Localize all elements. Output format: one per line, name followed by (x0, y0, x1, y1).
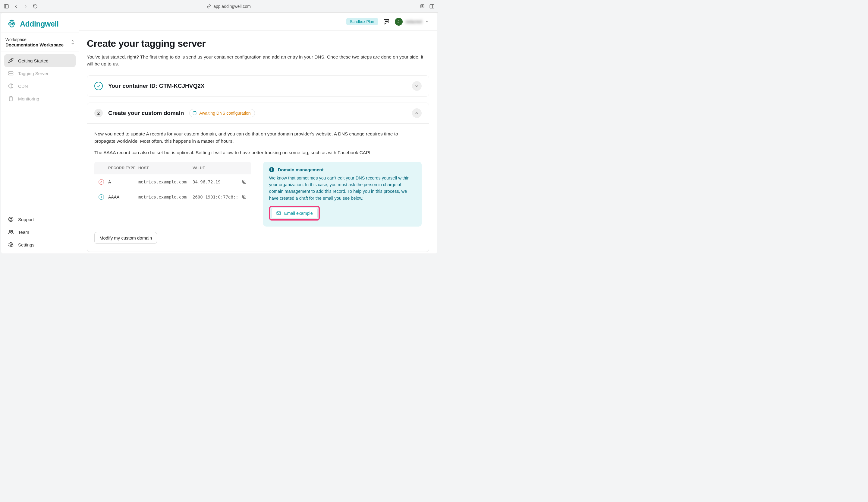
avatar: J (395, 18, 403, 26)
step-number: 2 (94, 109, 103, 117)
sidebar-item-team[interactable]: Team (4, 225, 76, 238)
sidebar-item-cdn[interactable]: CDN (4, 80, 76, 92)
workspace-label: Workspace (6, 37, 69, 42)
browser-toolbar: app.addingwell.com (0, 0, 438, 13)
svg-point-30 (386, 21, 387, 21)
svg-point-29 (385, 21, 386, 21)
address-bar-url[interactable]: app.addingwell.com (214, 4, 251, 9)
sidebar-item-tagging-server[interactable]: Tagging Server (4, 67, 76, 80)
panel-right-icon[interactable] (429, 3, 435, 9)
table-row: ✕ A metrics.example.com 34.96.72.19 (94, 174, 251, 190)
sidebar-item-label: Support (18, 217, 34, 222)
cell-host: metrics.example.com (138, 194, 193, 199)
copy-icon[interactable] (238, 179, 247, 184)
sidebar-item-getting-started[interactable]: Getting Started (4, 54, 76, 67)
svg-point-27 (11, 230, 13, 232)
svg-point-10 (9, 23, 10, 24)
step2-paragraph-1: Now you need to update A records for you… (94, 130, 418, 145)
sidebar-nav: Getting Started Tagging Server CDN Monit… (1, 52, 79, 213)
sidebar-toggle-icon[interactable] (3, 3, 9, 9)
cell-value: 2600:1901:0:77e8:: (193, 194, 238, 199)
chat-icon[interactable] (383, 18, 390, 26)
email-example-button[interactable]: Email example (271, 208, 318, 219)
sidebar-item-label: Tagging Server (18, 71, 49, 76)
check-icon (94, 82, 103, 90)
step1-header[interactable]: Your container ID: GTM-KCJHVQ2X (87, 76, 429, 96)
chevron-updown-icon (71, 40, 74, 45)
cell-type: AAAA (108, 194, 138, 199)
sidebar-item-label: CDN (18, 83, 28, 89)
dns-table: RECORD TYPE HOST VALUE ✕ A metrics.examp… (94, 162, 251, 204)
back-icon[interactable] (13, 3, 19, 9)
svg-line-22 (9, 218, 10, 219)
svg-rect-33 (242, 180, 245, 183)
envelope-icon (276, 211, 281, 216)
sidebar-bottom-nav: Support Team Settings (1, 213, 79, 251)
svg-rect-32 (243, 181, 246, 184)
svg-rect-13 (9, 71, 13, 73)
svg-rect-35 (242, 195, 245, 198)
table-header-host: HOST (138, 166, 193, 170)
sidebar-item-settings[interactable]: Settings (4, 238, 76, 251)
highlight-outline: Email example (269, 206, 320, 221)
logo-text: Addingwell (20, 20, 59, 28)
users-icon (8, 229, 14, 235)
info-panel: i Domain management We know that sometim… (263, 162, 422, 227)
table-row: i AAAA metrics.example.com 2600:1901:0:7… (94, 190, 251, 204)
step-card-custom-domain: 2 Create your custom domain Awaiting DNS… (87, 103, 429, 252)
info-icon: i (269, 167, 274, 172)
sidebar-item-support[interactable]: Support (4, 213, 76, 225)
info-icon: i (99, 194, 104, 200)
svg-rect-0 (4, 4, 8, 8)
user-name: redacted (406, 19, 422, 24)
step-card-container-id: Your container ID: GTM-KCJHVQ2X (87, 76, 429, 97)
forward-icon[interactable] (23, 3, 28, 9)
status-badge: Awaiting DNS configuration (189, 109, 255, 117)
svg-rect-2 (421, 4, 424, 8)
step2-paragraph-2: The AAAA record can also be set but is o… (94, 149, 418, 156)
step1-title: Your container ID: GTM-KCJHVQ2X (108, 83, 205, 89)
reload-icon[interactable] (32, 3, 38, 9)
spinner-icon (193, 111, 197, 115)
cell-type: A (108, 180, 138, 184)
copy-icon[interactable] (238, 194, 247, 199)
main-content: Sandbox Plan J redacted Create your tagg… (79, 13, 437, 253)
page-subtitle: You've just started, right? The first th… (87, 53, 424, 68)
table-header-value: VALUE (193, 166, 247, 170)
svg-line-25 (12, 220, 13, 221)
tab-overview-icon[interactable] (420, 3, 425, 9)
logo[interactable]: Addingwell (1, 13, 79, 32)
modify-domain-button[interactable]: Modify my custom domain (94, 232, 157, 244)
error-icon: ✕ (99, 179, 104, 185)
svg-point-11 (13, 23, 14, 24)
svg-point-31 (387, 21, 388, 21)
chevron-up-icon[interactable] (412, 108, 422, 118)
sidebar-item-label: Team (18, 230, 29, 235)
clipboard-icon (8, 96, 14, 102)
sidebar-item-monitoring[interactable]: Monitoring (4, 92, 76, 105)
chevron-down-icon[interactable] (412, 81, 422, 91)
step2-title: Create your custom domain (108, 110, 184, 117)
sidebar: Addingwell Workspace Documentation Works… (1, 13, 79, 253)
svg-line-24 (9, 220, 10, 221)
gear-icon (8, 242, 14, 248)
step2-header[interactable]: 2 Create your custom domain Awaiting DNS… (87, 103, 429, 123)
globe-icon (8, 83, 14, 89)
sidebar-item-label: Settings (18, 242, 34, 248)
svg-point-28 (10, 244, 12, 245)
topbar: Sandbox Plan J redacted (79, 13, 437, 31)
rocket-icon (8, 58, 14, 64)
svg-point-21 (10, 219, 12, 221)
svg-rect-5 (430, 4, 434, 8)
svg-point-26 (9, 230, 11, 232)
user-menu[interactable]: J redacted (395, 18, 429, 26)
logo-icon (7, 19, 17, 29)
svg-rect-34 (243, 196, 246, 199)
cell-value: 34.96.72.19 (193, 180, 238, 184)
workspace-switcher[interactable]: Workspace Documentation Workspace (1, 32, 79, 52)
sidebar-item-label: Monitoring (18, 96, 39, 101)
server-icon (8, 70, 14, 76)
plan-badge[interactable]: Sandbox Plan (346, 18, 378, 26)
table-header-type: RECORD TYPE (108, 166, 138, 170)
link-icon (207, 4, 211, 8)
